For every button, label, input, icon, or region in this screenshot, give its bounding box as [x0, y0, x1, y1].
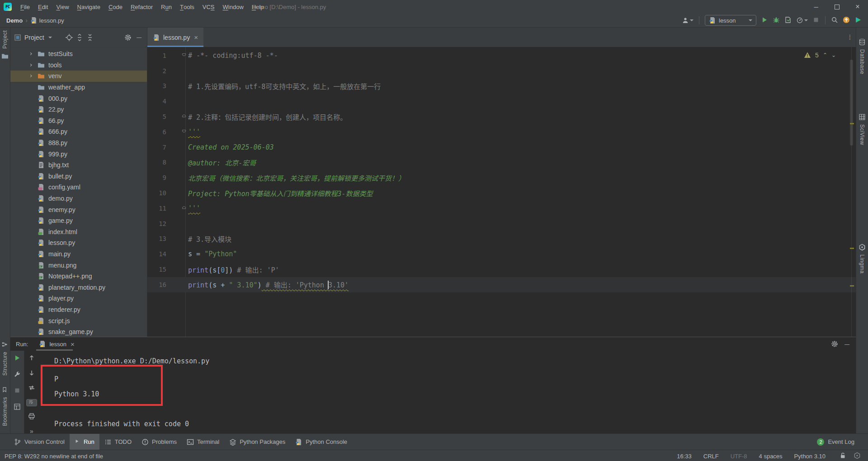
code-line-2[interactable]: 2: [147, 63, 856, 79]
tree-item-game-py[interactable]: game.py: [10, 215, 147, 226]
gear-icon[interactable]: [124, 34, 132, 41]
lock-icon[interactable]: [839, 452, 846, 461]
status-crlf[interactable]: CRLF: [703, 453, 719, 460]
update-button[interactable]: [843, 16, 850, 25]
fold-down-icon[interactable]: [182, 53, 187, 58]
tree-item-renderer-py[interactable]: renderer.py: [10, 304, 147, 315]
breadcrumb-project[interactable]: Demo: [6, 17, 23, 24]
soft-wrap-button[interactable]: [26, 399, 37, 406]
close-tab-icon[interactable]: ×: [194, 33, 198, 41]
tree-item-main-py[interactable]: main.py: [10, 249, 147, 260]
code-line-16[interactable]: 16print(s + " 3.10") # 输出: 'Python 3.10': [147, 277, 856, 292]
code-line-11[interactable]: 11''': [147, 201, 856, 216]
chevron-down-icon[interactable]: [48, 37, 52, 38]
event-log-button[interactable]: 2 Event Log: [817, 438, 868, 446]
tree-item-venv[interactable]: venv: [10, 71, 147, 82]
tree-item-bullet-py[interactable]: bullet.py: [10, 171, 147, 182]
menu-view[interactable]: View: [52, 0, 73, 14]
code-line-8[interactable]: 8@author: 北京-宏哥: [147, 155, 856, 170]
tree-item-weather-app[interactable]: weather_app: [10, 82, 147, 93]
gear-icon[interactable]: [831, 340, 838, 348]
tree-item-66-py[interactable]: 66.py: [10, 115, 147, 127]
maximize-button[interactable]: [826, 0, 847, 14]
close-button[interactable]: ×: [847, 0, 868, 14]
tree-item-planetary-motion-py[interactable]: planetary_motion.py: [10, 282, 147, 293]
tree-item-demo-py[interactable]: demo.py: [10, 193, 147, 204]
run-settings-icon[interactable]: [14, 371, 21, 379]
tree-item-666-py[interactable]: 666.py: [10, 126, 147, 137]
chevron-right-icon[interactable]: [28, 51, 38, 56]
prev-warning-icon[interactable]: ⌃: [823, 52, 827, 58]
debug-button[interactable]: [773, 16, 780, 25]
search-everywhere-button[interactable]: [831, 16, 838, 25]
run-tab-lesson[interactable]: lesson ×: [34, 337, 79, 351]
down-stack-icon[interactable]: [28, 369, 35, 378]
code-line-3[interactable]: 3# 1.先设置编码，utf-8可支持中英文，如上，一般放在第一行: [147, 79, 856, 94]
run-output[interactable]: D:\Python\python.exe D:/Demo/lesson.py P…: [39, 351, 856, 433]
warning-stripe-mark[interactable]: [850, 123, 854, 124]
tree-item-index-html[interactable]: index.html: [10, 226, 147, 238]
fold-up-icon[interactable]: [182, 114, 187, 119]
inspections-icon[interactable]: [854, 452, 861, 461]
menu-window[interactable]: Window: [219, 0, 248, 14]
lingma-toolbar-button[interactable]: [854, 16, 862, 25]
run-button[interactable]: [761, 16, 768, 25]
user-account-button[interactable]: [682, 17, 693, 24]
rerun-failed-icon[interactable]: [28, 384, 35, 393]
toolwindow-run[interactable]: Run: [70, 434, 99, 450]
code-line-7[interactable]: 7Created on 2025-06-03: [147, 140, 856, 155]
code-line-1[interactable]: 1# -*- coding:utf-8 -*-: [147, 48, 856, 63]
stop-button[interactable]: [812, 16, 820, 25]
hide-panel-icon[interactable]: ─: [135, 33, 143, 41]
tree-item-menu-png[interactable]: menu.png: [10, 259, 147, 271]
tool-stripe-database[interactable]: Database: [856, 38, 868, 74]
code-line-6[interactable]: 6''': [147, 124, 856, 140]
next-warning-icon[interactable]: ⌄: [831, 52, 836, 58]
tree-item-snake-game-py[interactable]: snake_game.py: [10, 326, 147, 337]
hide-run-panel-icon[interactable]: ─: [844, 340, 849, 348]
project-panel-title[interactable]: Project: [24, 34, 44, 41]
fold-down-icon[interactable]: [182, 130, 187, 134]
code-line-4[interactable]: 4: [147, 94, 856, 109]
toolwindow-python-packages[interactable]: Python Packages: [224, 434, 290, 450]
editor-options-icon[interactable]: ⁞: [849, 28, 856, 47]
print-icon[interactable]: [28, 413, 35, 421]
coverage-button[interactable]: [784, 16, 792, 25]
up-stack-icon[interactable]: [28, 354, 35, 363]
breadcrumb-file[interactable]: lesson.py: [39, 17, 64, 24]
editor-scrollbar-thumb[interactable]: [850, 60, 853, 146]
tree-item-script-js[interactable]: script.js: [10, 315, 147, 326]
chevron-right-icon[interactable]: [28, 62, 38, 68]
expand-all-icon[interactable]: [76, 34, 83, 41]
status-4-spaces[interactable]: 4 spaces: [759, 453, 783, 460]
toolwindow-problems[interactable]: Problems: [137, 434, 182, 450]
tree-item-tools[interactable]: tools: [10, 60, 147, 71]
restore-layout-icon[interactable]: [14, 403, 21, 412]
menu-navigate[interactable]: Navigate: [73, 0, 104, 14]
menu-tools[interactable]: Tools: [176, 0, 198, 14]
warning-stripe-mark[interactable]: [850, 285, 854, 287]
tool-stripe-bookmarks[interactable]: Bookmarks: [0, 387, 10, 426]
profiler-button[interactable]: [796, 17, 808, 24]
close-run-tab-icon[interactable]: ×: [71, 340, 75, 348]
collapse-all-icon[interactable]: [86, 34, 94, 41]
status-utf-8[interactable]: UTF-8: [731, 453, 747, 460]
warning-stripe-mark[interactable]: [850, 248, 854, 249]
tree-item-22-py[interactable]: 22.py: [10, 104, 147, 115]
menu-vcs[interactable]: VCS: [198, 0, 219, 14]
toolwindow-todo[interactable]: TODO: [99, 434, 137, 450]
code-line-9[interactable]: 9北京宏哥（微信搜索：北京宏哥，关注宏哥，提前解锁更多测试干货！）: [147, 170, 856, 185]
code-line-12[interactable]: 12: [147, 216, 856, 231]
tree-item-999-py[interactable]: 999.py: [10, 148, 147, 160]
code-line-14[interactable]: 14s = "Python": [147, 246, 856, 262]
toolwindow-python-console[interactable]: Python Console: [290, 434, 352, 450]
menu-refactor[interactable]: Refactor: [127, 0, 157, 14]
menu-code[interactable]: Code: [104, 0, 127, 14]
menu-edit[interactable]: Edit: [34, 0, 52, 14]
toolwindow-version-control[interactable]: Version Control: [9, 434, 70, 450]
tool-stripe-sciview[interactable]: SciView: [856, 113, 868, 145]
tree-item-notepad-png[interactable]: Notepad++.png: [10, 271, 147, 282]
code-line-13[interactable]: 13# 3.导入模块: [147, 231, 856, 247]
editor-body[interactable]: 1# -*- coding:utf-8 -*-23# 1.先设置编码，utf-8…: [147, 47, 856, 337]
code-line-10[interactable]: 10Project: Python零基础从入门到精通详细教程3-数据类型: [147, 185, 856, 201]
